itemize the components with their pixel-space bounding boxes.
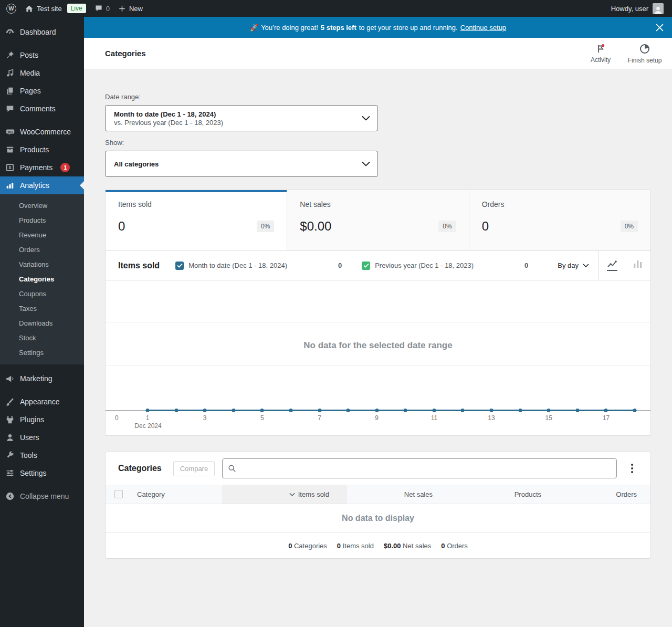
- line-chart-icon: [607, 260, 617, 268]
- sidebar-item-label: Pages: [20, 87, 41, 95]
- howdy-text[interactable]: Howdy, user: [611, 5, 648, 13]
- column-header-products[interactable]: Products: [452, 485, 557, 504]
- main-area: 🚀 You’re doing great! 5 steps left to ge…: [84, 17, 672, 627]
- sidebar-item-media[interactable]: Media: [0, 64, 84, 82]
- data-point-day-4[interactable]: [232, 409, 235, 412]
- summary-tile-net-sales[interactable]: Net sales$0.000%: [287, 190, 468, 250]
- finish-setup-button[interactable]: Finish setup: [623, 38, 667, 69]
- sidebar-item-users[interactable]: Users: [0, 429, 84, 446]
- column-header-orders[interactable]: Orders: [557, 485, 650, 504]
- interval-select[interactable]: By day: [548, 251, 598, 280]
- line-chart-button[interactable]: [599, 251, 625, 280]
- checkbox-checked-icon[interactable]: [362, 262, 370, 270]
- summary-items-sold: 0 Items sold: [337, 542, 374, 550]
- data-point-day-12[interactable]: [461, 409, 465, 412]
- compare-button[interactable]: Compare: [173, 461, 215, 476]
- data-point-day-14[interactable]: [518, 409, 522, 412]
- summary-tile-items-sold[interactable]: Items sold00%: [106, 190, 287, 250]
- sidebar-subitem-downloads[interactable]: Downloads: [0, 316, 84, 331]
- checkbox-checked-icon[interactable]: [175, 262, 184, 270]
- sidebar-item-products[interactable]: Products: [0, 141, 84, 159]
- data-point-day-13[interactable]: [490, 409, 494, 412]
- data-point-day-17[interactable]: [604, 409, 608, 412]
- table-search[interactable]: [222, 458, 617, 478]
- sidebar-item-tools[interactable]: Tools: [0, 446, 84, 464]
- data-point-day-3[interactable]: [203, 409, 207, 412]
- sidebar-item-settings[interactable]: Settings: [0, 464, 84, 482]
- data-point-day-15[interactable]: [547, 409, 551, 412]
- data-point-day-7[interactable]: [318, 409, 321, 412]
- sidebar-subitem-stock[interactable]: Stock: [0, 331, 84, 346]
- select-all-checkbox[interactable]: [114, 490, 123, 498]
- column-label: Items sold: [298, 490, 329, 498]
- sidebar-item-label: Comments: [20, 104, 56, 113]
- data-point-day-10[interactable]: [404, 409, 407, 412]
- sidebar-subitem-taxes[interactable]: Taxes: [0, 301, 84, 316]
- sidebar-subitem-settings[interactable]: Settings: [0, 346, 84, 360]
- continue-setup-link[interactable]: Continue setup: [460, 24, 506, 32]
- summary-tile-orders[interactable]: Orders00%: [469, 190, 650, 250]
- chevron-down-icon: [362, 162, 370, 166]
- date-range-select[interactable]: Month to date (Dec 1 - 18, 2024) vs. Pre…: [105, 105, 378, 131]
- tile-value: 0: [482, 219, 489, 234]
- tile-delta-badge: 0%: [621, 221, 638, 232]
- posts-icon: [5, 50, 15, 60]
- sidebar-subitem-overview[interactable]: Overview: [0, 198, 84, 213]
- sidebar-subitem-categories[interactable]: Categories: [0, 272, 84, 287]
- new-menu[interactable]: New: [114, 0, 147, 17]
- sidebar-item-woocommerce[interactable]: WooWooCommerce: [0, 123, 84, 141]
- sidebar-item-label: Users: [20, 433, 39, 442]
- search-input[interactable]: [240, 464, 611, 473]
- sidebar-item-marketing[interactable]: Marketing: [0, 370, 84, 388]
- sidebar-item-label: Appearance: [20, 398, 60, 406]
- wp-logo-menu[interactable]: W: [2, 0, 20, 17]
- sidebar-item-plugins[interactable]: Plugins: [0, 411, 84, 429]
- avatar[interactable]: [653, 3, 664, 14]
- sidebar-item-dashboard[interactable]: Dashboard: [0, 23, 84, 41]
- series-line: [148, 410, 635, 411]
- column-header-category[interactable]: Category: [132, 485, 222, 504]
- activity-button[interactable]: Activity: [579, 38, 623, 69]
- column-label: Net sales: [404, 490, 433, 498]
- column-header-net-sales[interactable]: Net sales: [347, 485, 452, 504]
- analytics-submenu: OverviewProductsRevenueOrdersVariationsC…: [0, 194, 84, 364]
- sidebar-item-posts[interactable]: Posts: [0, 46, 84, 64]
- bar-chart-button[interactable]: [625, 251, 650, 280]
- sidebar-item-label: Analytics: [20, 181, 49, 190]
- sidebar: DashboardPostsMediaPagesCommentsWooWooCo…: [0, 17, 84, 627]
- legend-item-previous-year-dec-1-18-2023[interactable]: Previous year (Dec 1 - 18, 2023)0: [362, 251, 548, 280]
- data-point-day-1[interactable]: [146, 409, 150, 412]
- collapse-icon: [5, 491, 15, 501]
- ellipsis-menu-icon[interactable]: [626, 464, 638, 473]
- summary-categories: 0 Categories: [288, 542, 327, 550]
- tile-delta-badge: 0%: [257, 221, 274, 232]
- new-label: New: [129, 5, 143, 13]
- chart-empty-message: No data for the selected date range: [106, 280, 650, 410]
- data-point-day-11[interactable]: [432, 409, 436, 412]
- legend-item-month-to-date-dec-1-18-2024[interactable]: Month to date (Dec 1 - 18, 2024)0: [175, 251, 362, 280]
- comments-menu[interactable]: 0: [90, 0, 114, 17]
- site-menu[interactable]: Test site Live: [20, 0, 90, 17]
- data-point-day-18[interactable]: [633, 409, 637, 412]
- sidebar-item-analytics[interactable]: Analytics: [0, 176, 84, 194]
- data-point-day-9[interactable]: [375, 409, 379, 412]
- sidebar-item-appearance[interactable]: Appearance: [0, 393, 84, 411]
- sidebar-subitem-coupons[interactable]: Coupons: [0, 287, 84, 301]
- sidebar-subitem-revenue[interactable]: Revenue: [0, 228, 84, 243]
- column-header-items-sold[interactable]: Items sold: [222, 485, 347, 504]
- data-point-day-5[interactable]: [260, 409, 264, 412]
- sidebar-subitem-variations[interactable]: Variations: [0, 257, 84, 272]
- sidebar-subitem-orders[interactable]: Orders: [0, 243, 84, 257]
- sidebar-item-collapse-menu[interactable]: Collapse menu: [0, 487, 84, 505]
- show-select[interactable]: All categories: [105, 151, 378, 177]
- sidebar-item-pages[interactable]: Pages: [0, 82, 84, 100]
- data-point-day-6[interactable]: [289, 409, 292, 412]
- data-point-day-16[interactable]: [575, 409, 579, 412]
- data-point-day-2[interactable]: [174, 409, 178, 412]
- data-point-day-8[interactable]: [346, 409, 350, 412]
- payments-icon: $: [5, 162, 15, 173]
- sidebar-subitem-products[interactable]: Products: [0, 213, 84, 228]
- close-icon[interactable]: [653, 21, 666, 34]
- sidebar-item-payments[interactable]: $Payments1: [0, 159, 84, 176]
- sidebar-item-comments[interactable]: Comments: [0, 100, 84, 118]
